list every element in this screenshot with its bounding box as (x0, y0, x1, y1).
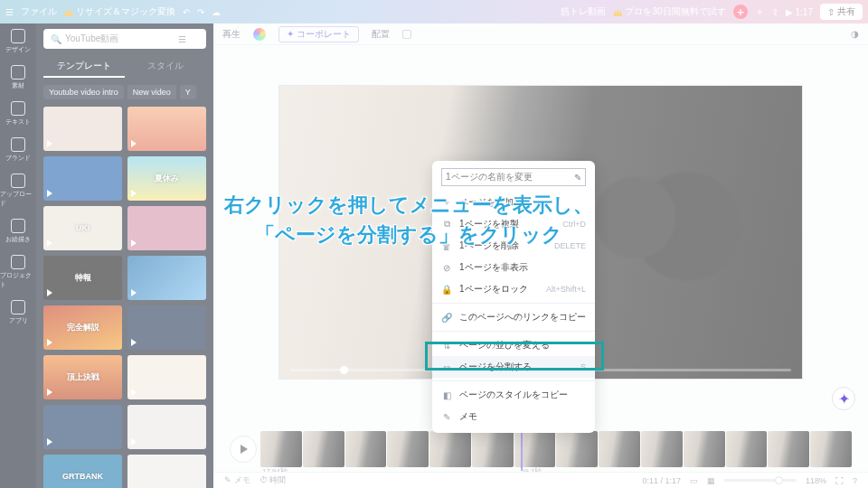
timeline-frame[interactable] (303, 431, 344, 467)
play-icon (131, 140, 137, 147)
insert-icon[interactable]: ＋ (755, 5, 764, 18)
template-thumb-10[interactable]: 頂上決戦 (43, 355, 122, 399)
text-icon (11, 101, 25, 116)
ctx-split[interactable]: ⇔ページを分割するS (432, 356, 595, 378)
ctx-lock[interactable]: 🔒1ページをロックAlt+Shift+L (432, 278, 595, 300)
ctx-link[interactable]: 🔗このページへのリンクをコピー (432, 306, 595, 328)
ctx-swap[interactable]: ⇅ページの並びを変える (432, 334, 595, 356)
filter-chip-0[interactable]: Youtube video intro (43, 85, 124, 99)
grid-view-icon[interactable]: ▦ (707, 476, 715, 485)
eye-off-icon: ⊘ (441, 262, 452, 273)
play-icon (47, 438, 52, 446)
template-thumb-6[interactable]: 特報 (43, 256, 122, 300)
timeline-frame[interactable] (556, 431, 598, 467)
timeline-frame[interactable] (726, 431, 768, 467)
play-label[interactable]: 再生 (222, 28, 241, 41)
play-icon (131, 438, 137, 446)
timeline-frame[interactable] (599, 431, 640, 467)
link-icon: 🔗 (441, 312, 452, 323)
timeline-frame[interactable] (810, 431, 852, 467)
timeline-view-icon[interactable]: ▭ (690, 476, 698, 485)
timeline-play-button[interactable] (230, 436, 257, 463)
template-thumb-7[interactable] (127, 256, 206, 300)
document-title[interactable]: 筋トレ動画 (561, 5, 606, 18)
timeline-frame[interactable] (387, 431, 429, 467)
template-thumb-14[interactable]: GRTBANK (43, 455, 122, 488)
play-icon (131, 389, 137, 396)
file-menu[interactable]: ファイル (21, 5, 57, 18)
template-thumb-1[interactable] (127, 107, 206, 151)
play-icon (131, 339, 137, 346)
timeline-frames[interactable] (260, 431, 852, 467)
play-button[interactable]: ▶ 1:17 (786, 7, 813, 17)
style-icon: ◧ (441, 389, 452, 400)
animation-button[interactable]: ✦ コーポレート (278, 26, 359, 42)
rail-draw[interactable]: お絵描き (5, 219, 31, 244)
add-button[interactable]: ＋ (733, 5, 748, 19)
position-button[interactable]: 配置 (372, 28, 390, 41)
play-icon (131, 190, 137, 197)
magic-fab[interactable]: ✦ (832, 387, 855, 410)
template-thumb-12[interactable] (43, 405, 122, 449)
canvas-toolbar: 再生 ✦ コーポレート 配置 ◑ (213, 23, 868, 45)
duration-button[interactable]: ⏱ 時間 (259, 474, 287, 486)
page-rename-field[interactable]: 1ページの名前を変更✎ (441, 168, 586, 186)
template-thumb-13[interactable] (127, 405, 206, 449)
zoom-value: 118% (806, 476, 826, 485)
zoom-slider[interactable] (724, 479, 797, 482)
fullscreen-icon[interactable]: ⛶ (835, 476, 844, 485)
tab-templates[interactable]: テンプレート (43, 56, 125, 78)
tab-styles[interactable]: スタイル (125, 56, 206, 78)
timeline-frame[interactable] (684, 431, 725, 467)
ctx-eye-off[interactable]: ⊘1ページを非表示 (432, 257, 595, 278)
cloud-sync-icon[interactable]: ☁ (212, 7, 221, 17)
rail-projects[interactable]: プロジェクト (0, 255, 36, 289)
timeline-frame[interactable] (260, 431, 302, 467)
transparency-icon[interactable]: ◑ (851, 29, 859, 39)
search-settings-icon[interactable]: ☰ (178, 34, 186, 44)
share-button[interactable]: ⇧ 共有 (820, 4, 863, 20)
ctx-note[interactable]: ✎メモ (432, 406, 595, 427)
rail-design[interactable]: デザイン (5, 29, 31, 54)
timeline-frame[interactable] (472, 431, 514, 467)
crown-icon (613, 7, 622, 16)
template-thumb-2[interactable] (43, 156, 122, 201)
filter-chip-1[interactable]: New video (127, 85, 176, 99)
timeline-frame[interactable] (429, 431, 471, 467)
playhead[interactable] (521, 427, 523, 471)
timeline-frame[interactable] (641, 431, 683, 467)
search-input[interactable]: 🔍 YouTube動画 ☰ (43, 29, 206, 49)
crown-icon (64, 7, 73, 16)
undo-icon[interactable]: ↶ (183, 7, 190, 17)
analytics-icon[interactable]: ⇪ (771, 7, 778, 17)
draw-icon (11, 219, 25, 233)
template-thumb-11[interactable] (127, 355, 206, 399)
timeline-frame[interactable] (345, 431, 387, 467)
play-icon (47, 289, 52, 296)
lock-icon[interactable] (402, 30, 411, 39)
hamburger-icon[interactable]: ☰ (5, 7, 14, 17)
template-thumb-0[interactable] (43, 107, 122, 151)
rail-text[interactable]: テキスト (5, 101, 31, 127)
template-thumb-9[interactable] (127, 305, 206, 350)
help-icon[interactable]: ? (853, 476, 857, 485)
redo-icon[interactable]: ↷ (197, 7, 204, 17)
ctx-style[interactable]: ◧ページのスタイルをコピー (432, 384, 595, 406)
play-icon (47, 389, 52, 396)
swap-icon: ⇅ (441, 340, 452, 351)
timeline-frame[interactable] (768, 431, 809, 467)
play-icon (47, 140, 52, 147)
template-thumb-8[interactable]: 完全解説 (43, 305, 122, 350)
try-pro-button[interactable]: プロを30日間無料で試す (613, 5, 725, 18)
rail-apps[interactable]: アプリ (9, 300, 28, 325)
tool-rail: デザイン素材テキストブランドアップロードお絵描きプロジェクトアプリ (0, 23, 36, 488)
rail-upload[interactable]: アップロード (0, 174, 36, 208)
rail-elements[interactable]: 素材 (11, 65, 25, 90)
rail-brand[interactable]: ブランド (5, 137, 31, 163)
template-thumb-15[interactable] (127, 455, 206, 488)
template-thumb-4[interactable]: UKI (43, 206, 122, 250)
filter-chip-2[interactable]: Y (180, 85, 196, 99)
color-swatch[interactable] (253, 28, 266, 41)
notes-button[interactable]: ✎ メモ (224, 474, 250, 486)
resize-button[interactable]: リサイズ＆マジック変換 (64, 5, 175, 18)
